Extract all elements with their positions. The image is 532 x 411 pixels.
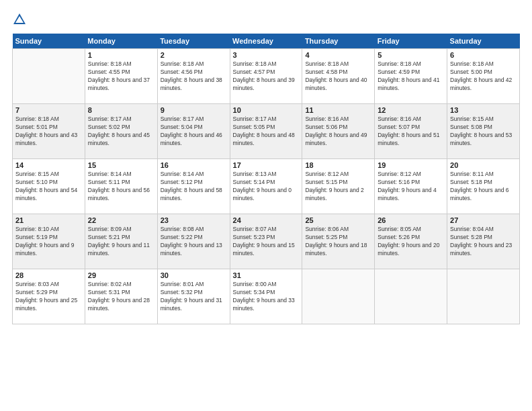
calendar-header-row: SundayMondayTuesdayWednesdayThursdayFrid…: [13, 34, 520, 49]
day-info: Sunrise: 8:18 AMSunset: 4:56 PMDaylight:…: [161, 60, 227, 93]
day-number: 5: [378, 51, 444, 59]
calendar-cell: 24Sunrise: 8:07 AMSunset: 5:23 PMDayligh…: [230, 214, 302, 269]
calendar-table: SundayMondayTuesdayWednesdayThursdayFrid…: [12, 34, 520, 324]
calendar-cell: 18Sunrise: 8:12 AMSunset: 5:15 PMDayligh…: [302, 159, 375, 214]
calendar-week-row: 21Sunrise: 8:10 AMSunset: 5:19 PMDayligh…: [13, 214, 520, 269]
calendar-cell: 20Sunrise: 8:11 AMSunset: 5:18 PMDayligh…: [447, 159, 520, 214]
day-info: Sunrise: 8:11 AMSunset: 5:18 PMDaylight:…: [450, 171, 517, 203]
day-number: 27: [450, 216, 517, 224]
day-info: Sunrise: 8:06 AMSunset: 5:25 PMDaylight:…: [305, 226, 371, 258]
calendar-cell: 9Sunrise: 8:17 AMSunset: 5:04 PMDaylight…: [157, 104, 230, 159]
day-info: Sunrise: 8:00 AMSunset: 5:34 PMDaylight:…: [233, 281, 300, 313]
calendar-cell: 30Sunrise: 8:01 AMSunset: 5:32 PMDayligh…: [157, 269, 230, 324]
calendar-cell: 5Sunrise: 8:18 AMSunset: 4:59 PMDaylight…: [375, 49, 447, 104]
day-number: 18: [305, 161, 371, 169]
page-header: [12, 12, 520, 27]
logo: [12, 12, 28, 27]
calendar-cell: 23Sunrise: 8:08 AMSunset: 5:22 PMDayligh…: [157, 214, 230, 269]
day-number: 10: [233, 106, 300, 114]
col-header-sunday: Sunday: [13, 34, 85, 49]
day-number: 11: [305, 106, 371, 114]
day-info: Sunrise: 8:16 AMSunset: 5:06 PMDaylight:…: [305, 116, 371, 148]
calendar-week-row: 14Sunrise: 8:15 AMSunset: 5:10 PMDayligh…: [13, 159, 520, 214]
day-number: 29: [88, 271, 154, 279]
calendar-cell: 25Sunrise: 8:06 AMSunset: 5:25 PMDayligh…: [302, 214, 375, 269]
calendar-week-row: 28Sunrise: 8:03 AMSunset: 5:29 PMDayligh…: [13, 269, 520, 324]
day-info: Sunrise: 8:03 AMSunset: 5:29 PMDaylight:…: [15, 281, 82, 313]
calendar-cell: 16Sunrise: 8:14 AMSunset: 5:12 PMDayligh…: [157, 159, 230, 214]
day-number: 8: [88, 106, 154, 114]
calendar-cell: [375, 269, 447, 324]
col-header-wednesday: Wednesday: [230, 34, 302, 49]
calendar-cell: [302, 269, 375, 324]
calendar-cell: 14Sunrise: 8:15 AMSunset: 5:10 PMDayligh…: [13, 159, 85, 214]
col-header-tuesday: Tuesday: [157, 34, 230, 49]
day-info: Sunrise: 8:07 AMSunset: 5:23 PMDaylight:…: [233, 226, 300, 258]
day-info: Sunrise: 8:14 AMSunset: 5:11 PMDaylight:…: [88, 171, 154, 203]
day-info: Sunrise: 8:12 AMSunset: 5:15 PMDaylight:…: [305, 171, 371, 203]
day-number: 7: [15, 106, 82, 114]
day-number: 31: [233, 271, 300, 279]
day-info: Sunrise: 8:18 AMSunset: 5:00 PMDaylight:…: [450, 60, 517, 93]
day-info: Sunrise: 8:17 AMSunset: 5:02 PMDaylight:…: [88, 116, 154, 148]
day-info: Sunrise: 8:18 AMSunset: 5:01 PMDaylight:…: [15, 116, 82, 148]
day-number: 13: [450, 106, 517, 114]
day-info: Sunrise: 8:17 AMSunset: 5:05 PMDaylight:…: [233, 116, 300, 148]
day-number: 4: [305, 51, 371, 59]
calendar-cell: 21Sunrise: 8:10 AMSunset: 5:19 PMDayligh…: [13, 214, 85, 269]
day-number: 21: [15, 216, 82, 224]
calendar-cell: 4Sunrise: 8:18 AMSunset: 4:58 PMDaylight…: [302, 49, 375, 104]
day-info: Sunrise: 8:01 AMSunset: 5:32 PMDaylight:…: [161, 281, 227, 313]
calendar-page: SundayMondayTuesdayWednesdayThursdayFrid…: [0, 0, 532, 411]
day-number: 3: [233, 51, 300, 59]
day-info: Sunrise: 8:04 AMSunset: 5:28 PMDaylight:…: [450, 226, 517, 258]
day-info: Sunrise: 8:15 AMSunset: 5:10 PMDaylight:…: [15, 171, 82, 203]
day-number: 28: [15, 271, 82, 279]
day-number: 9: [161, 106, 227, 114]
calendar-week-row: 1Sunrise: 8:18 AMSunset: 4:55 PMDaylight…: [13, 49, 520, 104]
calendar-cell: 11Sunrise: 8:16 AMSunset: 5:06 PMDayligh…: [302, 104, 375, 159]
day-info: Sunrise: 8:08 AMSunset: 5:22 PMDaylight:…: [161, 226, 227, 258]
calendar-cell: 17Sunrise: 8:13 AMSunset: 5:14 PMDayligh…: [230, 159, 302, 214]
calendar-cell: 28Sunrise: 8:03 AMSunset: 5:29 PMDayligh…: [13, 269, 85, 324]
day-info: Sunrise: 8:09 AMSunset: 5:21 PMDaylight:…: [88, 226, 154, 258]
col-header-friday: Friday: [375, 34, 447, 49]
day-number: 2: [161, 51, 227, 59]
calendar-cell: 3Sunrise: 8:18 AMSunset: 4:57 PMDaylight…: [230, 49, 302, 104]
day-number: 12: [378, 106, 444, 114]
calendar-cell: 1Sunrise: 8:18 AMSunset: 4:55 PMDaylight…: [85, 49, 157, 104]
day-number: 1: [88, 51, 154, 59]
col-header-monday: Monday: [85, 34, 157, 49]
calendar-cell: 10Sunrise: 8:17 AMSunset: 5:05 PMDayligh…: [230, 104, 302, 159]
day-info: Sunrise: 8:05 AMSunset: 5:26 PMDaylight:…: [378, 226, 444, 258]
calendar-cell: 7Sunrise: 8:18 AMSunset: 5:01 PMDaylight…: [13, 104, 85, 159]
day-info: Sunrise: 8:18 AMSunset: 4:57 PMDaylight:…: [233, 60, 300, 93]
calendar-cell: 8Sunrise: 8:17 AMSunset: 5:02 PMDaylight…: [85, 104, 157, 159]
day-number: 6: [450, 51, 517, 59]
calendar-cell: 27Sunrise: 8:04 AMSunset: 5:28 PMDayligh…: [447, 214, 520, 269]
day-number: 17: [233, 161, 300, 169]
day-number: 23: [161, 216, 227, 224]
day-number: 20: [450, 161, 517, 169]
calendar-cell: 31Sunrise: 8:00 AMSunset: 5:34 PMDayligh…: [230, 269, 302, 324]
calendar-cell: 12Sunrise: 8:16 AMSunset: 5:07 PMDayligh…: [375, 104, 447, 159]
calendar-cell: [13, 49, 85, 104]
day-info: Sunrise: 8:15 AMSunset: 5:08 PMDaylight:…: [450, 116, 517, 148]
day-info: Sunrise: 8:18 AMSunset: 4:58 PMDaylight:…: [305, 60, 371, 93]
calendar-cell: 2Sunrise: 8:18 AMSunset: 4:56 PMDaylight…: [157, 49, 230, 104]
day-info: Sunrise: 8:17 AMSunset: 5:04 PMDaylight:…: [161, 116, 227, 148]
calendar-cell: 6Sunrise: 8:18 AMSunset: 5:00 PMDaylight…: [447, 49, 520, 104]
day-number: 19: [378, 161, 444, 169]
calendar-cell: 22Sunrise: 8:09 AMSunset: 5:21 PMDayligh…: [85, 214, 157, 269]
day-info: Sunrise: 8:18 AMSunset: 4:55 PMDaylight:…: [88, 60, 154, 93]
calendar-week-row: 7Sunrise: 8:18 AMSunset: 5:01 PMDaylight…: [13, 104, 520, 159]
day-number: 24: [233, 216, 300, 224]
day-info: Sunrise: 8:10 AMSunset: 5:19 PMDaylight:…: [15, 226, 82, 258]
logo-icon: [12, 12, 27, 27]
col-header-saturday: Saturday: [447, 34, 520, 49]
col-header-thursday: Thursday: [302, 34, 375, 49]
day-info: Sunrise: 8:13 AMSunset: 5:14 PMDaylight:…: [233, 171, 300, 203]
day-info: Sunrise: 8:16 AMSunset: 5:07 PMDaylight:…: [378, 116, 444, 148]
day-number: 15: [88, 161, 154, 169]
day-number: 26: [378, 216, 444, 224]
